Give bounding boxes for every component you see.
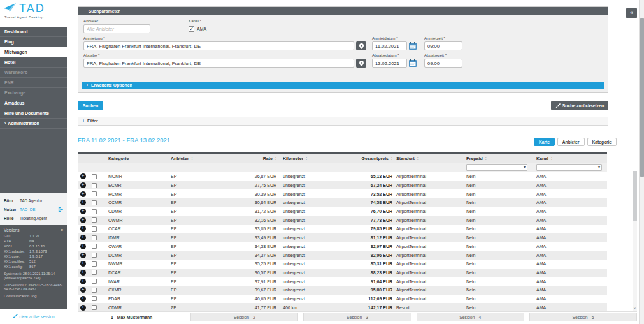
expand-row-icon[interactable]: + (80, 209, 86, 214)
table-row[interactable]: +CXMREP39,67 EURunbegrenzt95,80 EURAirpo… (78, 286, 607, 295)
expand-row-icon[interactable]: + (80, 261, 86, 267)
row-checkbox[interactable] (92, 209, 97, 214)
row-checkbox[interactable] (92, 183, 97, 188)
kanal-ama-checkbox[interactable] (189, 26, 194, 32)
abgabe-input[interactable] (83, 59, 354, 68)
sidebar-item-mietwagen[interactable]: Mietwagen (0, 47, 67, 57)
expand-row-icon[interactable]: + (80, 235, 86, 240)
row-checkbox[interactable] (92, 270, 97, 275)
session-tab-3[interactable]: Session - 3 (303, 313, 411, 321)
sort-icon[interactable]: ▴▾ (417, 156, 419, 160)
expand-row-icon[interactable]: + (80, 173, 86, 179)
anmietung-location-button[interactable] (356, 41, 366, 50)
expand-row-icon[interactable]: + (80, 287, 86, 293)
calendar-icon[interactable] (409, 42, 417, 50)
scroll-down-arrow-icon[interactable]: ⌄ (633, 305, 637, 311)
row-checkbox[interactable] (92, 288, 97, 293)
abgabe-location-button[interactable] (356, 59, 366, 68)
expand-row-icon[interactable]: + (80, 296, 86, 302)
anmietdatum-input[interactable] (372, 41, 407, 50)
expand-row-icon[interactable]: + (80, 253, 86, 258)
sort-icon[interactable]: ▴▾ (306, 156, 307, 160)
table-row[interactable]: +ECMREP27,75 EURunbegrenzt67,24 EURAirpo… (78, 181, 607, 190)
calendar-icon[interactable] (409, 59, 417, 67)
row-checkbox[interactable] (92, 235, 97, 240)
suchen-button[interactable]: Suchen (78, 101, 103, 110)
view-button-karte[interactable]: Karte (534, 138, 555, 146)
expand-row-icon[interactable]: + (80, 279, 86, 284)
table-row[interactable]: +MCMREP26,87 EURunbegrenzt65,13 EURAirpo… (78, 172, 607, 181)
row-checkbox[interactable] (92, 305, 97, 310)
abgabedatum-input[interactable] (372, 59, 407, 68)
suche-zuruecksetzen-button[interactable]: Suche zurücksetzen (551, 101, 608, 110)
expand-row-icon[interactable]: + (80, 305, 86, 311)
table-row[interactable]: +IDMREP33,49 EURunbegrenzt81,12 EURAirpo… (78, 233, 607, 242)
sort-icon[interactable]: ▴▾ (191, 156, 192, 160)
clear-active-session-link[interactable]: clear active session (20, 314, 55, 319)
session-tab-5[interactable]: Session - 5 (529, 313, 637, 321)
sidebar-item-flug[interactable]: Flug (0, 37, 67, 47)
row-checkbox[interactable] (92, 244, 97, 249)
table-row[interactable]: +CCMREP30,84 EURunbegrenzt74,58 EURAirpo… (78, 198, 607, 207)
row-checkbox[interactable] (92, 217, 97, 223)
row-checkbox[interactable] (92, 296, 97, 301)
table-row[interactable]: +IWAREP37,91 EURunbegrenzt91,64 EURAirpo… (78, 277, 607, 286)
sidebar-item-hilfe-und-dokumente[interactable]: Hilfe und Dokumente (0, 108, 67, 119)
table-scrollbar-thumb[interactable] (633, 171, 637, 221)
row-checkbox[interactable] (92, 191, 97, 196)
column-header-kategorie[interactable]: Kategorie (101, 156, 163, 161)
row-checkbox[interactable] (92, 253, 97, 258)
kanal-filter-select[interactable] (536, 164, 602, 171)
row-checkbox[interactable] (92, 261, 97, 267)
column-header-rate[interactable]: Rate▴▾ (219, 156, 276, 161)
expand-row-icon[interactable]: + (80, 191, 86, 197)
panel-collapse-button[interactable]: « (626, 8, 637, 18)
view-button-kategorie[interactable]: Kategorie (587, 138, 617, 146)
logout-icon[interactable] (58, 207, 64, 212)
table-row[interactable]: +CCAREP33,05 EURunbegrenzt79,85 EURAirpo… (78, 225, 607, 233)
page-scrollbar[interactable] (639, 0, 644, 324)
column-header-kilometer[interactable]: Kilometer▴▾ (276, 156, 348, 161)
anmietzeit-input[interactable] (424, 41, 462, 50)
versions-collapse-icon[interactable]: « (61, 228, 63, 232)
anbieter-input[interactable] (83, 24, 150, 33)
row-checkbox[interactable] (92, 200, 97, 205)
table-row[interactable]: +FDAREP46,65 EURunbegrenzt112,69 EURAirp… (78, 295, 607, 304)
table-row[interactable]: +DCAREP36,57 EURunbegrenzt88,23 EURAirpo… (78, 269, 607, 277)
column-header-standort[interactable]: Standort▴▾ (392, 156, 462, 161)
row-checkbox[interactable] (92, 174, 97, 179)
sidebar-item-administration[interactable]: ›Administration (0, 119, 67, 129)
communication-log-link[interactable]: Communication Log (4, 294, 63, 298)
expand-row-icon[interactable]: + (80, 270, 86, 276)
view-button-anbieter[interactable]: Anbieter (557, 138, 585, 146)
column-header-prepaid[interactable]: Prepaid▴▾ (462, 156, 533, 161)
expand-row-icon[interactable]: + (80, 200, 86, 205)
page-scrollbar-thumb[interactable] (640, 18, 644, 177)
sort-icon[interactable]: ▴▾ (485, 156, 487, 160)
sidebar-item-hotel[interactable]: Hotel (0, 57, 67, 68)
expand-row-icon[interactable]: + (80, 182, 86, 188)
table-row[interactable]: +HCMREP30,39 EURunbegrenzt73,52 EURAirpo… (78, 189, 607, 198)
expand-row-icon[interactable]: + (80, 244, 86, 249)
prepaid-filter-select[interactable] (466, 164, 527, 171)
table-row[interactable]: +CDMREP31,72 EURunbegrenzt76,70 EURAirpo… (78, 207, 607, 216)
row-checkbox[interactable] (92, 226, 97, 232)
sort-icon[interactable]: ▴▾ (551, 156, 552, 160)
table-row[interactable]: +CWAREP34,38 EURunbegrenzt82,97 EURAirpo… (78, 242, 607, 251)
table-row[interactable]: +CDMRZE41,77 EUR400 km142,17 EURResortNe… (78, 303, 607, 312)
table-row[interactable]: +CWMREP32,16 EURunbegrenzt77,73 EURAirpo… (78, 216, 607, 225)
table-row[interactable]: +DCMREP34,37 EURunbegrenzt82,96 EURAirpo… (78, 251, 607, 260)
erweiterte-optionen-bar[interactable]: +Erweiterte Optionen (82, 82, 604, 89)
sidebar-item-amadeus[interactable]: Amadeus (0, 98, 67, 108)
column-header-anbieter[interactable]: Anbieter▴▾ (163, 156, 219, 161)
expand-row-icon[interactable]: + (80, 217, 86, 223)
search-panel-header[interactable]: − Suchparameter (78, 7, 608, 15)
table-row[interactable]: +NWMREP35,25 EURunbegrenzt85,31 EURAirpo… (78, 260, 607, 269)
abgabezeit-input[interactable] (424, 59, 462, 68)
filter-toggle-bar[interactable]: +Filter (78, 117, 608, 126)
anmietung-input[interactable] (83, 41, 354, 50)
expand-row-icon[interactable]: + (80, 226, 86, 232)
session-tab-1[interactable]: 1 - Max Mustermann (78, 313, 185, 321)
session-tab-2[interactable]: Session - 2 (190, 313, 298, 321)
row-checkbox[interactable] (92, 279, 97, 284)
